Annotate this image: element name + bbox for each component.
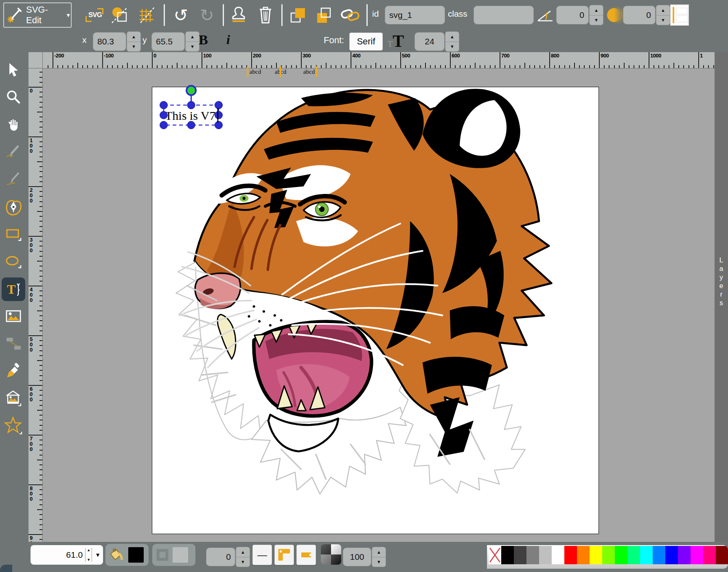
tool-text[interactable]: T [2,277,25,301]
fill-swatch[interactable] [128,547,144,563]
palette-swatch-#0000ff[interactable] [665,546,678,564]
ruler-tick [37,460,42,460]
font-size-input[interactable] [414,32,445,51]
palette-swatch-#bfbfbf[interactable] [539,546,552,564]
palette-swatch-#7f00ff[interactable] [678,546,691,564]
undo-button[interactable]: ↺ [170,4,191,26]
palette-swatch-#ff007f[interactable] [703,546,716,564]
fill-color-control[interactable] [105,544,149,566]
delete-button[interactable] [255,4,276,26]
italic-button[interactable]: i [226,32,230,47]
spinner-up-icon[interactable]: ▲ [372,547,386,557]
tool-rectangle[interactable] [2,223,25,246]
link-button[interactable] [340,4,361,26]
element-class-input[interactable] [474,6,534,24]
tool-path[interactable] [2,196,25,219]
spinner-up-icon[interactable]: ▲ [236,547,250,557]
palette-swatch-#ff0000[interactable] [564,546,577,564]
layers-panel-tab[interactable]: L a y e r s [715,52,728,542]
tool-ellipse[interactable] [2,250,25,274]
palette-swatch-#ff7f00[interactable] [577,546,590,564]
y-input[interactable] [151,32,185,51]
workspace[interactable]: This is V7 [43,68,715,542]
linejoin-button[interactable] [274,545,294,565]
x-input[interactable] [93,32,126,51]
main-menu-button[interactable]: SVG-Edit ▼ [3,2,72,28]
ruler-tick [39,181,42,182]
palette-swatch-#ffffff[interactable] [552,546,564,564]
selected-text-element[interactable]: This is V7 [165,109,215,123]
stroke-width-spinner[interactable]: ▲ ▼ [236,547,250,567]
palette-swatch-#00ff7f[interactable] [627,546,640,564]
x-spinner[interactable]: ▲ ▼ [127,31,141,52]
palette-swatch-#000000[interactable] [501,546,514,564]
y-spinner[interactable]: ▲ ▼ [185,31,200,52]
palette-swatch-#00ffff[interactable] [640,546,653,564]
font-family-button[interactable]: Serif [349,33,383,51]
tool-eyedropper[interactable] [2,359,25,383]
ruler-tick [39,315,42,316]
tool-star[interactable] [2,414,25,438]
spinner-down-icon[interactable]: ▼ [185,42,200,52]
tool-zoom[interactable] [2,85,25,109]
angle-spinner[interactable]: ▲ ▼ [589,5,603,25]
zoom-dropdown-caret-icon[interactable]: ▼ [92,552,101,558]
palette-swatch-#7f0000[interactable] [716,546,728,564]
bold-button[interactable]: B [199,32,208,48]
svg-canvas[interactable] [152,87,599,534]
send-to-back-button[interactable] [314,4,335,26]
ruler-tick [256,65,257,68]
spinner-down-icon[interactable]: ▼ [589,15,603,26]
tool-pan[interactable] [2,112,25,136]
element-id-input[interactable] [385,6,445,24]
opacity-spinner[interactable]: ▲ ▼ [372,547,386,567]
redo-button[interactable]: ↻ [196,4,217,26]
svg-source-button[interactable]: SVG [84,4,105,26]
font-size-spinner[interactable]: ▲ ▼ [445,31,459,52]
zoom-spinner[interactable]: ▲ ▼ [85,548,92,562]
tool-pencil[interactable] [2,140,25,163]
palette-swatch-#404040[interactable] [514,546,526,564]
bring-to-front-button[interactable] [287,4,309,26]
clone-button[interactable] [228,4,249,26]
stroke-swatch[interactable] [173,547,188,563]
palette-swatch-#ff00ff[interactable] [691,546,703,564]
spinner-up-icon[interactable]: ▲ [445,31,459,42]
palette-swatch-#ffff00[interactable] [590,546,602,564]
spinner-down-icon[interactable]: ▼ [445,42,459,52]
blur-spinner[interactable]: ▲ ▼ [656,5,670,25]
spinner-up-icon[interactable]: ▲ [656,5,670,15]
palette-swatch-none[interactable] [489,546,501,564]
wireframe-mode-button[interactable] [109,4,130,26]
blur-input[interactable] [623,6,656,24]
palette-swatch-#7f7f7f[interactable] [526,546,539,564]
palette-swatch-#7fff00[interactable] [602,546,615,564]
zoom-control[interactable]: 61.0 ▲ ▼ ▼ [31,545,103,565]
stroke-style-button[interactable]: — [252,545,272,565]
spinner-down-icon[interactable]: ▼ [87,558,90,562]
spinner-down-icon[interactable]: ▼ [127,42,141,52]
tool-connector[interactable] [2,332,25,356]
tool-shape-library[interactable] [2,387,25,410]
ruler-tick [420,65,421,68]
tool-line[interactable] [2,167,25,191]
linecap-button[interactable] [296,545,316,565]
spinner-down-icon[interactable]: ▼ [236,557,250,568]
spinner-down-icon[interactable]: ▼ [372,557,386,568]
palette-swatch-#007fff[interactable] [653,546,665,564]
spinner-up-icon[interactable]: ▲ [87,548,90,552]
stroke-color-control[interactable] [152,544,195,566]
spinner-down-icon[interactable]: ▼ [656,15,670,26]
spinner-up-icon[interactable]: ▲ [589,5,603,15]
spinner-up-icon[interactable]: ▲ [127,31,141,42]
palette-swatch-#00ff00[interactable] [615,546,627,564]
tool-image[interactable] [2,305,25,328]
stroke-width-input[interactable] [206,548,235,566]
grid-snap-button[interactable] [137,4,158,26]
angle-input[interactable] [556,6,589,24]
opacity-input[interactable] [343,548,371,566]
editor-background-swatch[interactable] [670,4,689,26]
spinner-up-icon[interactable]: ▲ [185,31,200,42]
ruler-tick [39,320,42,321]
tool-select[interactable] [2,58,25,81]
